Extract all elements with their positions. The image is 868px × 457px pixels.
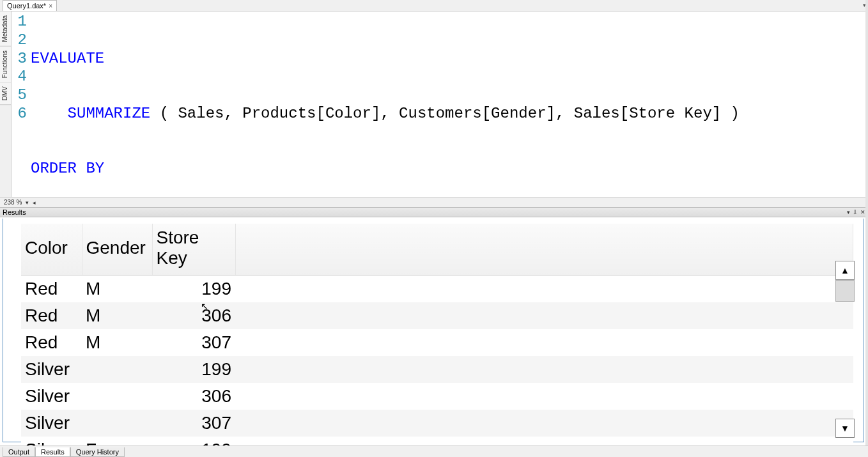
cell-color: Red: [21, 275, 82, 302]
cell-store-key: 199: [152, 275, 235, 302]
editor-area: Metadata Functions DMV 1 2 3 4 5 6 EVALU…: [0, 12, 868, 197]
tab-results[interactable]: Results: [35, 447, 70, 457]
line-number: 3: [12, 50, 27, 68]
cell-empty: [235, 329, 853, 356]
side-tab-metadata[interactable]: Metadata: [0, 12, 11, 47]
panel-dropdown-icon[interactable]: ▾: [847, 209, 850, 215]
column-header-store-key[interactable]: Store Key: [152, 224, 235, 275]
file-tab-bar: Query1.dax* × ▾: [0, 0, 868, 12]
column-header-empty: [235, 224, 853, 275]
column-header-gender[interactable]: Gender: [82, 224, 152, 275]
cell-gender: M: [82, 329, 152, 356]
table-row[interactable]: Silver306: [21, 383, 853, 410]
chevron-up-icon: ▲: [841, 265, 849, 275]
scroll-thumb[interactable]: [835, 280, 855, 302]
code-text: ( Sales, Products[Color], Customers[Gend…: [150, 105, 740, 122]
cell-empty: [235, 356, 853, 383]
zoom-bar: 238 % ▾ ◂: [0, 197, 868, 207]
keyword: EVALUATE: [31, 50, 104, 67]
side-tabs: Metadata Functions DMV: [0, 12, 12, 197]
line-number: 2: [12, 31, 27, 50]
cell-color: Red: [21, 329, 82, 356]
cell-store-key: 307: [152, 329, 235, 356]
results-title: Results: [3, 208, 26, 216]
table-row[interactable]: Silver307: [21, 410, 853, 437]
code-editor[interactable]: 1 2 3 4 5 6 EVALUATE SUMMARIZE ( Sales, …: [12, 12, 868, 197]
chevron-down-icon: ▼: [841, 423, 849, 433]
tab-output[interactable]: Output: [3, 447, 35, 457]
column-header-color[interactable]: Color: [21, 224, 82, 275]
scroll-up-button[interactable]: ▲: [835, 261, 855, 280]
cell-empty: [235, 410, 853, 437]
close-icon[interactable]: ✕: [860, 209, 865, 215]
zoom-nav-left-icon[interactable]: ◂: [33, 199, 36, 206]
results-panel-header: Results ▾ ⇩ ✕: [0, 207, 868, 217]
code-content[interactable]: EVALUATE SUMMARIZE ( Sales, Products[Col…: [31, 12, 868, 197]
line-number: 6: [12, 105, 27, 123]
zoom-level[interactable]: 238 %: [4, 199, 22, 206]
line-number-gutter: 1 2 3 4 5 6: [12, 12, 31, 197]
cell-gender: M: [82, 302, 152, 329]
pin-icon[interactable]: ⇩: [853, 209, 858, 215]
cell-store-key: 306: [152, 383, 235, 410]
table-row[interactable]: RedM307: [21, 329, 853, 356]
close-icon[interactable]: ×: [49, 3, 52, 10]
cell-color: Silver: [21, 410, 82, 437]
line-number: 5: [12, 86, 27, 105]
cell-color: Silver: [21, 356, 82, 383]
cell-gender: [82, 410, 152, 437]
line-number: 1: [12, 13, 27, 31]
table-row[interactable]: Silver199: [21, 356, 853, 383]
results-table: Color Gender Store Key RedM199RedM306Red…: [21, 224, 853, 457]
scroll-down-button[interactable]: ▼: [835, 419, 855, 438]
cell-empty: [235, 275, 853, 302]
line-number: 4: [12, 68, 27, 86]
code-text: [31, 105, 68, 122]
keyword: ORDER BY: [31, 160, 104, 177]
cell-empty: [235, 383, 853, 410]
table-header-row: Color Gender Store Key: [21, 224, 853, 275]
results-grid: Color Gender Store Key RedM199RedM306Red…: [3, 219, 864, 442]
cell-store-key: 307: [152, 410, 235, 437]
side-tab-functions[interactable]: Functions: [0, 47, 11, 82]
zoom-dropdown-icon[interactable]: ▾: [26, 199, 29, 206]
side-tab-dmv[interactable]: DMV: [0, 82, 11, 105]
cell-store-key: 199: [152, 356, 235, 383]
table-row[interactable]: RedM199: [21, 275, 853, 302]
table-row[interactable]: RedM306: [21, 302, 853, 329]
function-name: SUMMARIZE: [68, 105, 151, 122]
cell-store-key: 306: [152, 302, 235, 329]
cell-gender: [82, 356, 152, 383]
cell-empty: [235, 302, 853, 329]
file-tab-label: Query1.dax*: [7, 2, 46, 10]
bottom-tab-bar: Output Results Query History: [0, 445, 868, 457]
cell-gender: M: [82, 275, 152, 302]
file-tab[interactable]: Query1.dax* ×: [3, 0, 57, 11]
tab-query-history[interactable]: Query History: [70, 447, 125, 457]
cell-color: Silver: [21, 383, 82, 410]
cell-gender: [82, 383, 152, 410]
window-edge: [865, 0, 868, 445]
cell-color: Red: [21, 302, 82, 329]
